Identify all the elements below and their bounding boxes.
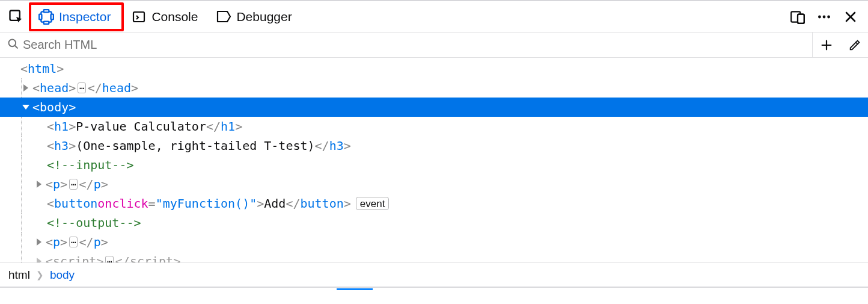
responsive-mode-button[interactable]: [789, 8, 807, 26]
tab-console-label: Console: [151, 10, 198, 24]
search-icon: [7, 38, 19, 52]
svg-rect-4: [39, 14, 41, 19]
svg-point-15: [9, 40, 16, 47]
svg-rect-1: [41, 11, 51, 22]
tree-node-button[interactable]: <button onclick="myFunction()">Add</butt…: [0, 194, 868, 213]
expander-icon[interactable]: [34, 179, 44, 190]
svg-point-10: [818, 15, 821, 18]
ellipsis-badge[interactable]: ⋯: [105, 256, 113, 262]
tree-node-script[interactable]: <script>⋯</script>: [0, 252, 868, 262]
tree-node-comment-output[interactable]: <!--output-->: [0, 213, 868, 232]
svg-point-11: [823, 15, 826, 18]
chevron-right-icon: ❯: [36, 270, 44, 281]
search-wrap: [0, 38, 812, 52]
search-bar: [0, 33, 868, 58]
inspector-icon: [38, 9, 54, 25]
svg-rect-2: [44, 10, 49, 12]
svg-point-12: [827, 15, 830, 18]
tree-node-html[interactable]: <html>: [0, 59, 868, 78]
tab-inspector[interactable]: Inspector: [29, 2, 124, 31]
tree-node-p1[interactable]: <p>⋯</p>: [0, 175, 868, 194]
tree-node-body[interactable]: <body>: [0, 98, 868, 117]
breadcrumbs: html ❯ body: [0, 262, 868, 288]
ellipsis-badge[interactable]: ⋯: [78, 82, 85, 93]
markup-tree[interactable]: <html> <head>⋯</head> <body> <h1>P-value…: [0, 58, 868, 262]
ellipsis-badge[interactable]: ⋯: [69, 237, 77, 247]
tab-inspector-label: Inspector: [59, 10, 111, 24]
search-html-input[interactable]: [23, 38, 805, 52]
eyedropper-button[interactable]: [840, 33, 868, 57]
add-node-button[interactable]: [813, 33, 840, 57]
debugger-icon: [216, 9, 231, 25]
tab-debugger[interactable]: Debugger: [209, 4, 302, 30]
toolbar-right: [789, 8, 864, 26]
svg-line-16: [15, 46, 18, 49]
svg-rect-5: [51, 14, 53, 19]
tree-node-head[interactable]: <head>⋯</head>: [0, 78, 868, 98]
search-actions: [812, 33, 868, 57]
expander-icon[interactable]: [20, 82, 31, 93]
close-devtools-button[interactable]: [842, 8, 860, 26]
breadcrumb-body[interactable]: body: [50, 268, 75, 282]
toolbar-left: Inspector Console Debugger: [4, 1, 303, 32]
expander-icon[interactable]: [34, 237, 44, 247]
svg-rect-6: [133, 12, 144, 22]
expander-icon[interactable]: [34, 256, 44, 262]
tree-node-h3[interactable]: <h3>(One-sample, right-tailed T-test)</h…: [0, 136, 868, 155]
tree-node-comment-input[interactable]: <!--input-->: [0, 155, 868, 175]
devtools-toolbar: Inspector Console Debugger: [0, 0, 868, 33]
tab-debugger-label: Debugger: [236, 10, 292, 24]
svg-rect-3: [44, 21, 49, 23]
bottom-accent: [0, 288, 868, 290]
console-icon: [131, 9, 147, 25]
event-badge[interactable]: event: [356, 197, 390, 210]
svg-rect-8: [798, 14, 804, 23]
tree-node-h1[interactable]: <h1>P-value Calculator</h1>: [0, 117, 868, 136]
breadcrumb-html[interactable]: html: [8, 268, 30, 282]
ellipsis-badge[interactable]: ⋯: [69, 179, 77, 190]
tab-console[interactable]: Console: [124, 4, 209, 30]
more-options-button[interactable]: [815, 8, 833, 26]
element-picker-button[interactable]: [4, 4, 29, 29]
tree-node-p2[interactable]: <p>⋯</p>: [0, 232, 868, 252]
expander-down-icon[interactable]: [20, 102, 31, 113]
